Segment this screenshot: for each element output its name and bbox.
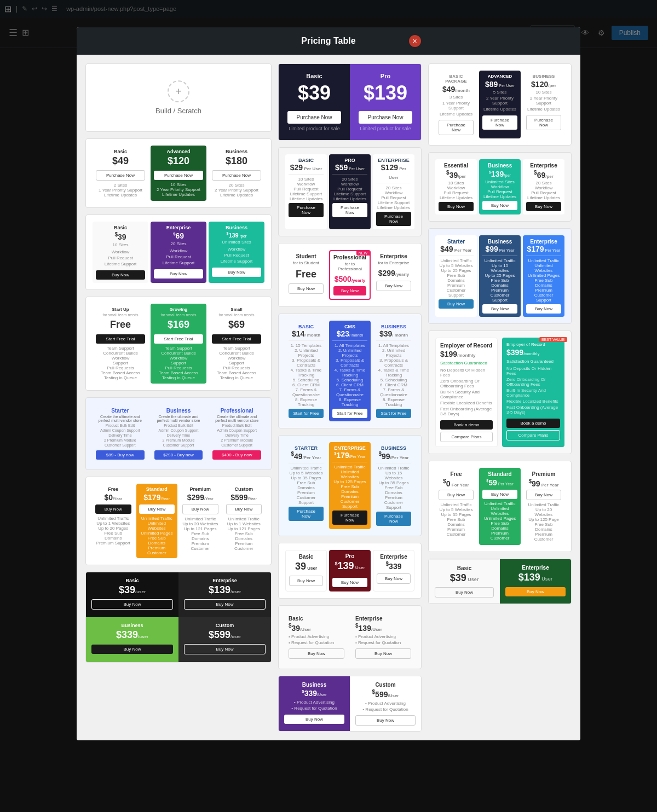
modal-title: Pricing Table bbox=[248, 36, 408, 46]
pricing-table-modal: Pricing Table × + Build / Scratch Basic bbox=[77, 27, 580, 48]
modal-overlay: Pricing Table × + Build / Scratch Basic bbox=[0, 0, 657, 48]
modal-header: Pricing Table × bbox=[77, 27, 580, 48]
modal-close-button[interactable]: × bbox=[409, 35, 421, 47]
